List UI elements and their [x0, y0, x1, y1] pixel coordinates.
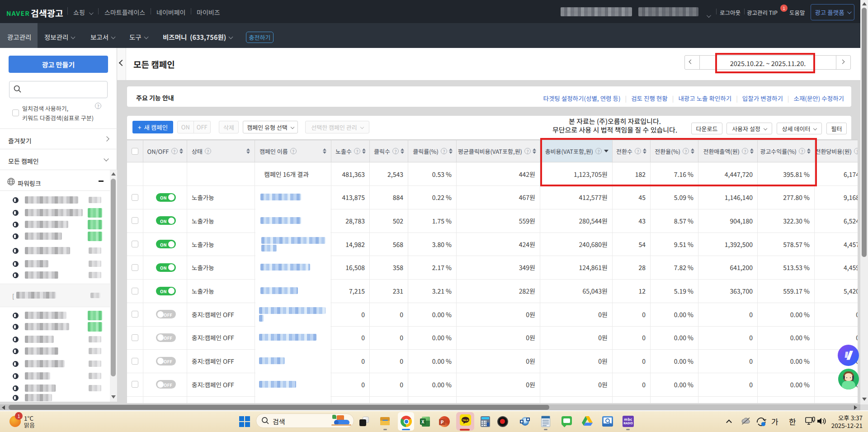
svg-text:TALK: TALK — [462, 418, 469, 422]
